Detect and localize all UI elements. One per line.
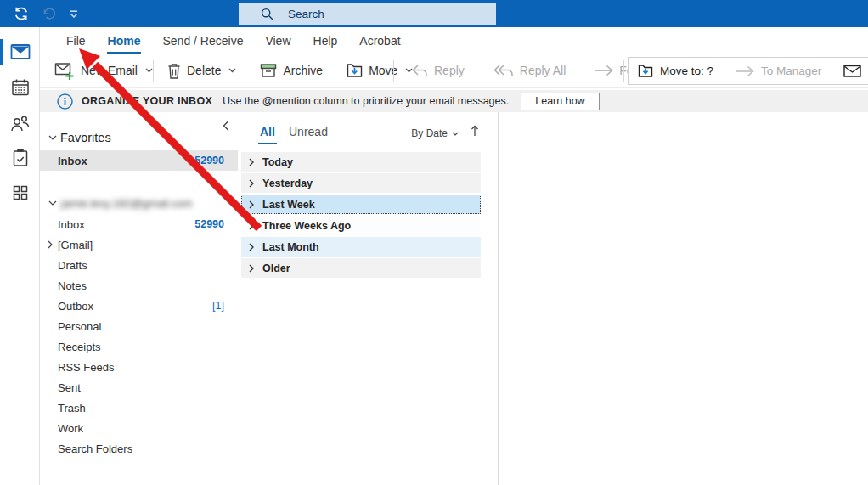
favorite-inbox-row[interactable]: Inbox 52990 xyxy=(40,150,238,171)
ribbon-separator xyxy=(623,60,624,82)
reading-pane xyxy=(498,112,868,485)
tip-message: Use the @mention column to prioritize yo… xyxy=(223,95,509,107)
new-email-button[interactable]: New Email xyxy=(48,57,159,84)
account-header[interactable]: jamie.levy.182@gmail.com xyxy=(48,197,193,210)
forward-icon xyxy=(595,65,613,76)
reply-button[interactable]: Reply xyxy=(405,59,471,82)
mail-icon xyxy=(10,43,31,60)
chevron-down-icon xyxy=(48,200,57,206)
chevron-right-icon[interactable] xyxy=(48,240,56,249)
tasks-icon xyxy=(12,149,29,167)
sort-label: By Date xyxy=(411,127,448,139)
group-label: Three Weeks Ago xyxy=(262,220,351,232)
chevron-down-icon xyxy=(145,68,153,73)
favorites-header[interactable]: Favorites xyxy=(48,131,111,144)
reply-all-button[interactable]: Reply All xyxy=(488,59,572,82)
tab-home[interactable]: Home xyxy=(97,29,152,54)
customize-quick-access-icon[interactable] xyxy=(66,3,82,25)
move-folder-icon xyxy=(347,63,363,78)
group-row-older[interactable]: Older xyxy=(241,258,481,278)
tab-help[interactable]: Help xyxy=(302,29,349,54)
folder-row-drafts[interactable]: Drafts xyxy=(40,255,238,275)
folder-name: RSS Feeds xyxy=(58,361,224,374)
group-row-yesterday[interactable]: Yesterday xyxy=(241,173,481,193)
archive-label: Archive xyxy=(283,64,323,77)
folder-name: Outbox xyxy=(58,300,212,313)
chevron-right-icon xyxy=(249,179,254,188)
learn-how-button[interactable]: Learn how xyxy=(521,93,599,110)
sort-direction-icon[interactable] xyxy=(471,125,479,137)
collapse-folder-pane-icon[interactable] xyxy=(223,121,229,131)
chevron-right-icon xyxy=(249,200,254,209)
chevron-right-icon xyxy=(249,243,254,251)
undo-icon[interactable] xyxy=(37,3,59,25)
group-label: Last Week xyxy=(262,199,315,211)
archive-icon xyxy=(260,63,277,78)
item-count: [1] xyxy=(212,300,224,312)
tip-title: ORGANIZE YOUR INBOX xyxy=(82,95,212,107)
chevron-down-icon xyxy=(48,135,57,141)
message-list: All Unread By Date Today Yesterday Last … xyxy=(238,112,498,485)
folder-row-rss-feeds[interactable]: RSS Feeds xyxy=(40,357,238,377)
folder-name: Personal xyxy=(58,320,224,333)
team-email-envelope-icon xyxy=(843,65,861,77)
group-row-last-month[interactable]: Last Month xyxy=(241,237,481,257)
folder-row-receipts[interactable]: Receipts xyxy=(40,336,238,357)
quick-step-to-manager[interactable]: To Manager xyxy=(736,65,821,77)
ribbon-separator xyxy=(393,60,394,82)
reply-icon xyxy=(411,64,428,77)
archive-button[interactable]: Archive xyxy=(254,59,329,82)
info-icon xyxy=(57,93,73,110)
nav-more-apps[interactable] xyxy=(0,178,40,207)
send-receive-sync-icon[interactable] xyxy=(10,3,32,25)
nav-calendar[interactable] xyxy=(0,73,40,102)
ribbon: New Email Delete xyxy=(40,54,868,88)
tab-send-receive[interactable]: Send / Receive xyxy=(151,29,254,54)
favorites-label: Favorites xyxy=(60,131,111,144)
group-row-three-weeks-ago[interactable]: Three Weeks Ago xyxy=(241,216,481,235)
group-label: Older xyxy=(262,262,290,274)
filter-all[interactable]: All xyxy=(260,125,275,138)
group-row-last-week[interactable]: Last Week xyxy=(241,195,481,214)
folder-row-trash[interactable]: Trash xyxy=(40,398,238,418)
move-to-folder-icon xyxy=(638,64,653,78)
folder-row-personal[interactable]: Personal xyxy=(40,316,238,336)
folder-row-search-folders[interactable]: Search Folders xyxy=(40,438,238,459)
folder-row-work[interactable]: Work xyxy=(40,418,238,438)
chevron-down-icon xyxy=(228,68,236,73)
folder-row-notes[interactable]: Notes xyxy=(40,275,238,296)
delete-button[interactable]: Delete xyxy=(161,59,242,83)
filter-unread[interactable]: Unread xyxy=(289,125,328,138)
search-input[interactable]: Search xyxy=(239,3,496,25)
apps-grid-icon xyxy=(12,184,29,201)
nav-mail[interactable] xyxy=(0,37,40,66)
app-rail xyxy=(0,27,40,485)
new-email-icon xyxy=(54,61,75,80)
nav-people[interactable] xyxy=(0,109,40,138)
folder-row-inbox[interactable]: Inbox 52990 xyxy=(40,214,238,234)
search-icon xyxy=(261,8,273,20)
quick-step-team-email[interactable]: Team Email xyxy=(843,65,868,77)
group-row-today[interactable]: Today xyxy=(241,152,481,172)
folder-name: Inbox xyxy=(58,218,194,231)
folder-row-gmail[interactable]: [Gmail] xyxy=(40,234,238,255)
search-placeholder-text: Search xyxy=(288,8,324,20)
tab-view[interactable]: View xyxy=(254,29,302,54)
quick-steps-gallery: Move to: ? To Manager Team Email xyxy=(628,57,868,85)
folder-row-sent[interactable]: Sent xyxy=(40,377,238,398)
tab-file[interactable]: File xyxy=(55,29,97,54)
group-label: Today xyxy=(262,156,293,168)
divider xyxy=(48,178,229,178)
chevron-right-icon xyxy=(249,222,254,230)
folder-name: Drafts xyxy=(58,259,224,272)
sort-by-dropdown[interactable]: By Date xyxy=(411,127,459,139)
move-to-label: Move to: ? xyxy=(660,65,713,77)
quick-step-move-to[interactable]: Move to: ? xyxy=(638,64,713,78)
chevron-right-icon xyxy=(249,264,254,273)
folder-name: Trash xyxy=(58,402,224,415)
tab-acrobat[interactable]: Acrobat xyxy=(348,29,411,54)
reply-all-icon xyxy=(493,64,514,77)
nav-tasks[interactable] xyxy=(0,144,40,172)
calendar-icon xyxy=(11,78,30,97)
folder-row-outbox[interactable]: Outbox [1] xyxy=(40,296,238,316)
